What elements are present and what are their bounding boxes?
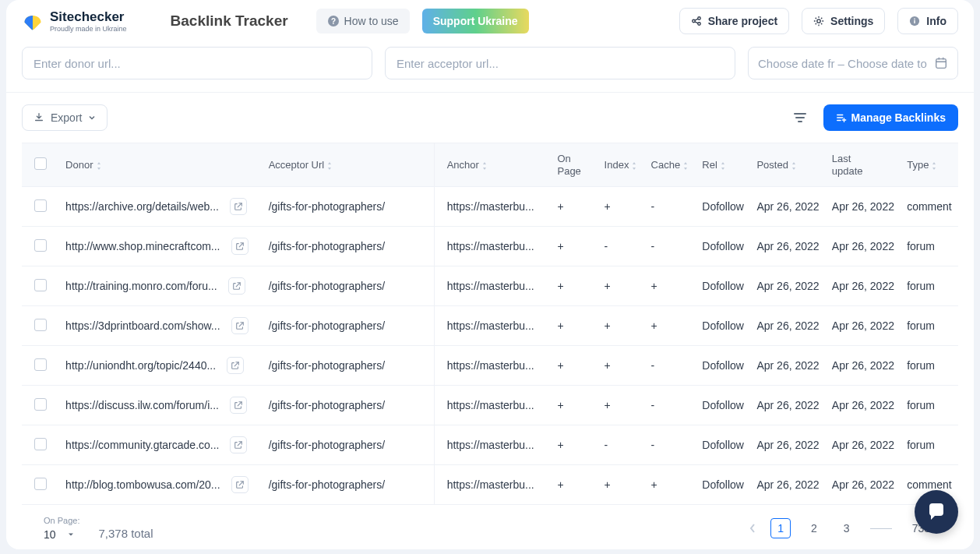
share-project-button[interactable]: Share project (679, 8, 789, 34)
brand-tagline: Proudly made in Ukraine (50, 25, 127, 33)
table-row: http://www.shop.minecraftcom.../gifts-fo… (22, 227, 958, 266)
row-checkbox[interactable] (34, 398, 47, 411)
open-donor-button[interactable] (227, 357, 244, 374)
row-checkbox[interactable] (34, 358, 47, 371)
onpage-value: + (551, 306, 598, 346)
rel-value: Dofollow (696, 386, 750, 425)
settings-button[interactable]: Settings (802, 8, 885, 34)
posted-date: Apr 26, 2022 (750, 425, 825, 465)
how-to-use-label: How to use (344, 15, 399, 27)
donor-url-input[interactable] (22, 47, 372, 79)
info-button[interactable]: Info (897, 8, 958, 34)
filter-icon-button[interactable] (786, 104, 814, 132)
table-row: http://uniondht.org/topic/2440.../gifts-… (22, 346, 958, 386)
posted-date: Apr 26, 2022 (750, 266, 825, 306)
cache-value: - (645, 227, 696, 266)
type-value: forum (901, 227, 958, 266)
sort-icon (481, 161, 488, 171)
date-range-picker[interactable]: Choose date fr – Choose date to (748, 47, 958, 79)
sort-icon (719, 161, 727, 171)
support-ukraine-button[interactable]: Support Ukraine (422, 9, 529, 34)
open-donor-button[interactable] (231, 476, 249, 493)
svg-point-7 (817, 19, 820, 23)
col-acceptor[interactable]: Acceptor Url (263, 143, 434, 187)
index-value: + (598, 386, 645, 425)
sort-icon (682, 161, 689, 171)
chat-widget-button[interactable] (915, 490, 958, 534)
open-donor-button[interactable] (231, 317, 249, 334)
acceptor-url: /gifts-for-photographers/ (263, 465, 434, 505)
open-donor-button[interactable] (230, 436, 247, 453)
col-donor[interactable]: Donor (59, 143, 263, 187)
open-donor-button[interactable] (231, 238, 249, 255)
backlinks-table: Donor Acceptor Url Anchor OnPage Index C… (22, 143, 958, 505)
onpage-select[interactable]: 10 (44, 528, 79, 541)
row-checkbox[interactable] (34, 319, 47, 331)
open-donor-button[interactable] (230, 198, 247, 215)
lastupdate-date: Apr 26, 2022 (826, 227, 901, 266)
external-link-icon (234, 401, 243, 410)
page-1[interactable]: 1 (770, 518, 791, 538)
index-value: + (598, 187, 645, 227)
cache-value: - (645, 187, 696, 227)
col-cache[interactable]: Cache (645, 143, 696, 187)
cache-value: - (645, 346, 696, 386)
page-3[interactable]: 3 (837, 519, 856, 538)
external-link-icon (234, 440, 243, 450)
acceptor-url: /gifts-for-photographers/ (263, 346, 434, 386)
onpage-label: On Page: (44, 516, 79, 525)
export-button[interactable]: Export (22, 104, 108, 131)
open-donor-button[interactable] (230, 397, 247, 414)
open-donor-button[interactable] (228, 277, 245, 295)
index-value: - (598, 227, 645, 266)
row-checkbox[interactable] (34, 478, 47, 490)
brand: Sitechecker Proudly made in Ukraine (22, 9, 127, 33)
posted-date: Apr 26, 2022 (750, 306, 825, 346)
col-type[interactable]: Type (901, 143, 958, 187)
col-lastupdate[interactable]: Lastupdate (826, 143, 901, 187)
col-index[interactable]: Index (598, 143, 645, 187)
row-checkbox[interactable] (34, 239, 47, 252)
anchor-text: https://masterbu... (434, 227, 551, 266)
donor-url: http://blog.tombowusa.com/20... (65, 478, 220, 491)
acceptor-url: /gifts-for-photographers/ (263, 425, 434, 465)
onpage-value: + (551, 465, 598, 505)
filter-icon (793, 111, 807, 125)
share-label: Share project (708, 15, 777, 27)
col-posted[interactable]: Posted (750, 143, 825, 187)
cache-value: - (645, 425, 696, 465)
onpage-value: + (551, 266, 598, 306)
col-anchor[interactable]: Anchor (434, 143, 551, 187)
col-rel[interactable]: Rel (696, 143, 750, 187)
total-count: 7,378 total (98, 527, 153, 541)
row-checkbox[interactable] (34, 438, 47, 450)
anchor-text: https://masterbu... (434, 346, 551, 386)
row-checkbox[interactable] (34, 279, 47, 291)
row-checkbox[interactable] (34, 199, 47, 212)
rel-value: Dofollow (696, 227, 750, 266)
type-value: forum (901, 346, 958, 386)
svg-rect-10 (915, 19, 915, 19)
page-2[interactable]: 2 (805, 519, 823, 538)
col-onpage[interactable]: OnPage (551, 143, 598, 187)
prev-page-button[interactable] (749, 523, 756, 534)
lastupdate-date: Apr 26, 2022 (826, 187, 901, 227)
index-value: - (598, 425, 645, 465)
share-icon (691, 16, 702, 26)
rel-value: Dofollow (696, 306, 750, 346)
external-link-icon (234, 202, 243, 211)
index-value: + (598, 346, 645, 386)
info-label: Info (926, 15, 947, 27)
caret-down-icon (67, 531, 75, 538)
acceptor-url-input[interactable] (385, 47, 735, 79)
sort-icon (630, 161, 638, 171)
cache-value: + (645, 465, 696, 505)
select-all-checkbox[interactable] (34, 157, 47, 170)
manage-backlinks-button[interactable]: Manage Backlinks (823, 104, 958, 131)
type-value: forum (901, 386, 958, 425)
help-icon: ? (327, 15, 340, 27)
onpage-value: + (551, 346, 598, 386)
cache-value: - (645, 386, 696, 425)
how-to-use-button[interactable]: ? How to use (316, 9, 410, 34)
pagination: 1 2 3 738 (749, 518, 936, 538)
